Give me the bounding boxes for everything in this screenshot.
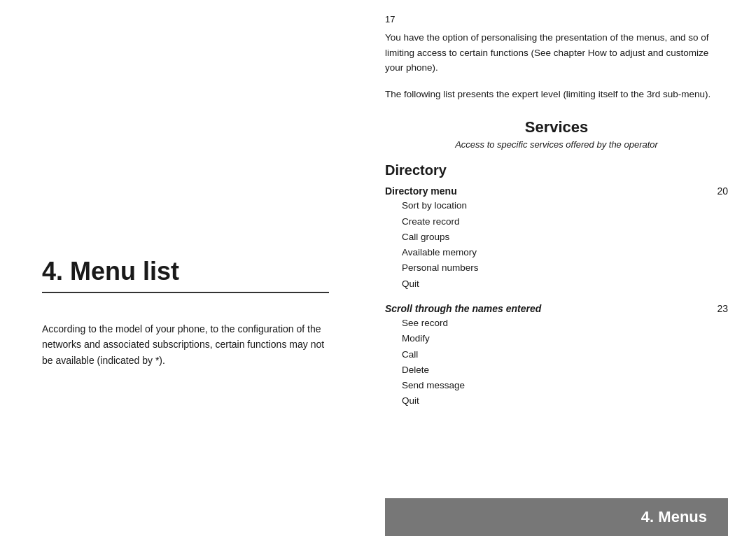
scroll-menu-table: Scroll through the names entered 23 See … — [385, 303, 728, 409]
directory-item-3: Available memory — [385, 245, 728, 260]
following-text: The following list presents the expert l… — [385, 87, 728, 102]
directory-item-0: Sort by location — [385, 198, 728, 213]
bottom-tab-label: 4. Menus — [641, 508, 707, 526]
directory-menu-number: 20 — [717, 185, 728, 197]
scroll-item-1: Modify — [385, 331, 728, 346]
services-subtitle: Access to specific services offered by t… — [385, 139, 728, 150]
scroll-label: Scroll through the names entered — [385, 303, 541, 314]
services-heading: Services — [385, 118, 728, 136]
left-body-text: According to the model of your phone, to… — [42, 321, 329, 368]
directory-menu-row: Directory menu 20 — [385, 185, 728, 197]
scroll-item-5: Quit — [385, 393, 728, 409]
scroll-number: 23 — [717, 303, 728, 314]
page-number: 17 — [385, 14, 728, 24]
scroll-item-4: Send message — [385, 378, 728, 393]
scroll-item-2: Call — [385, 347, 728, 362]
directory-item-1: Create record — [385, 214, 728, 230]
directory-item-2: Call groups — [385, 230, 728, 245]
directory-item-4: Personal numbers — [385, 260, 728, 276]
scroll-item-3: Delete — [385, 362, 728, 378]
scroll-item-0: See record — [385, 316, 728, 331]
directory-heading: Directory — [385, 162, 728, 178]
left-panel: 4. Menu list According to the model of y… — [0, 0, 364, 536]
directory-menu-label: Directory menu — [385, 185, 457, 197]
bottom-tab: 4. Menus — [385, 498, 728, 536]
chapter-title-text: Menu list — [70, 257, 179, 285]
intro-text: You have the option of personalising the… — [385, 30, 728, 76]
chapter-title: 4. Menu list — [42, 256, 329, 286]
right-panel: 17 You have the option of personalising … — [364, 0, 756, 536]
chapter-number: 4. — [42, 257, 63, 285]
chapter-divider — [42, 292, 329, 293]
directory-item-5: Quit — [385, 276, 728, 292]
scroll-menu-row: Scroll through the names entered 23 — [385, 303, 728, 314]
directory-menu-table: Directory menu 20 Sort by location Creat… — [385, 185, 728, 292]
